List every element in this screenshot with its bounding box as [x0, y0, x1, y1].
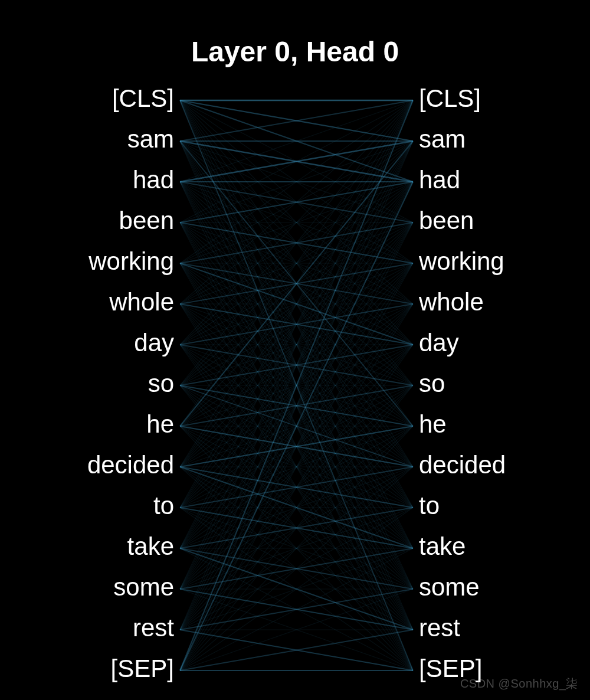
left-token: he	[146, 410, 174, 438]
right-token: he	[419, 410, 447, 438]
attention-lines	[180, 100, 413, 670]
right-token: so	[419, 369, 445, 397]
right-token-column: [CLS]samhadbeenworkingwholedaysohedecide…	[418, 84, 506, 682]
left-token: [SEP]	[111, 655, 174, 682]
left-token: so	[148, 369, 174, 397]
left-token: whole	[109, 288, 174, 316]
right-token: day	[419, 329, 459, 356]
left-token: [CLS]	[112, 84, 174, 112]
right-token: whole	[418, 288, 484, 316]
right-token: to	[419, 492, 440, 519]
left-token: some	[113, 573, 174, 601]
left-token: day	[134, 329, 174, 356]
left-token: decided	[87, 451, 174, 479]
left-token: had	[133, 166, 174, 194]
watermark: CSDN @Sonhhxg_柒	[460, 676, 578, 692]
left-token-column: [CLS]samhadbeenworkingwholedaysohedecide…	[87, 84, 174, 682]
right-token: [CLS]	[419, 84, 481, 112]
left-token: been	[119, 207, 174, 234]
right-token: some	[419, 573, 480, 601]
right-token: had	[419, 166, 460, 194]
right-token: working	[418, 247, 504, 275]
left-token: take	[127, 532, 174, 560]
left-token: to	[153, 492, 174, 519]
left-token: working	[88, 247, 174, 275]
left-token: rest	[133, 614, 174, 642]
right-token: been	[419, 207, 474, 234]
attention-visualization: [CLS]samhadbeenworkingwholedaysohedecide…	[0, 0, 590, 700]
right-token: sam	[419, 125, 466, 153]
right-token: decided	[419, 451, 506, 479]
right-token: rest	[419, 614, 460, 642]
right-token: take	[419, 532, 466, 560]
left-token: sam	[127, 125, 174, 153]
